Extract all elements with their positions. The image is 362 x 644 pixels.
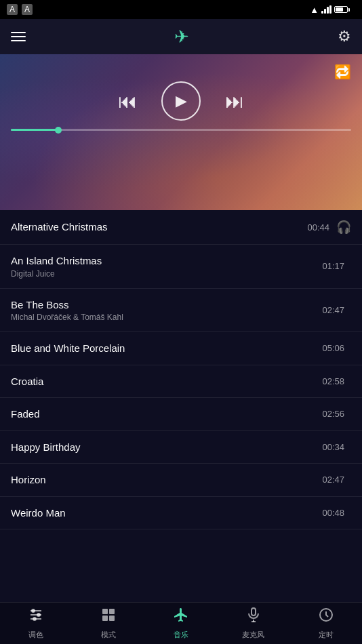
svg-rect-9 xyxy=(109,616,115,621)
progress-bar[interactable] xyxy=(11,129,351,131)
track-name-8: Weirdo Man xyxy=(11,506,322,520)
nav-label-equalizer: 调色 xyxy=(28,630,43,640)
mic-icon xyxy=(245,607,262,627)
nav-label-mic: 麦克风 xyxy=(242,630,264,640)
svg-point-3 xyxy=(32,609,35,612)
bottom-nav: 调色 模式 音乐 麦克风 定时 xyxy=(0,602,362,644)
progress-fill xyxy=(11,129,58,131)
notification-icon-a1: A xyxy=(7,4,18,15)
track-duration-7: 02:47 xyxy=(322,475,344,485)
track-item-5[interactable]: Faded02:56 xyxy=(0,398,362,431)
progress-area[interactable] xyxy=(0,121,362,135)
track-name-2: Be The Boss xyxy=(11,298,322,312)
playback-controls: ⏮ ▶ ⏭ xyxy=(118,81,244,121)
track-duration-3: 05:06 xyxy=(322,343,344,353)
settings-button[interactable]: ⚙ xyxy=(338,28,351,45)
track-duration-4: 02:58 xyxy=(322,376,344,386)
svg-point-5 xyxy=(33,618,36,620)
previous-button[interactable]: ⏮ xyxy=(118,90,137,113)
wifi-icon: ▲ xyxy=(310,5,319,15)
sliders-icon xyxy=(28,607,44,627)
nav-item-timer[interactable]: 定时 xyxy=(289,607,362,640)
repeat-button[interactable]: 🔁 xyxy=(334,64,351,80)
track-item-3[interactable]: Blue and White Porcelain05:06 xyxy=(0,332,362,365)
player-area: 🔁 ⏮ ▶ ⏭ xyxy=(0,54,362,210)
status-right: ▲ xyxy=(310,5,355,15)
notification-icon-a2: A xyxy=(22,4,33,15)
track-item-8[interactable]: Weirdo Man00:48 xyxy=(0,497,362,530)
nav-label-music: 音乐 xyxy=(174,630,188,640)
nav-label-mode: 模式 xyxy=(101,630,116,640)
airplane-icon xyxy=(173,607,189,627)
status-bar: A A ▲ xyxy=(0,0,362,19)
nav-label-timer: 定时 xyxy=(319,630,334,640)
now-playing-icon: 🎧 xyxy=(336,220,351,235)
track-artist-1: Digital Juice xyxy=(11,269,322,279)
track-info-0: Alternative Christmas xyxy=(11,220,307,234)
app-icon: ✈ xyxy=(174,26,189,47)
track-item-4[interactable]: Croatia02:58 xyxy=(0,365,362,399)
track-info-8: Weirdo Man xyxy=(11,506,322,520)
track-item-2[interactable]: Be The BossMichal Dvořáček & Tomáš Kahl0… xyxy=(0,289,362,333)
track-list: Alternative Christmas00:44🎧An Island Chr… xyxy=(0,210,362,602)
svg-rect-7 xyxy=(109,609,115,614)
next-button[interactable]: ⏭ xyxy=(225,90,244,113)
track-name-4: Croatia xyxy=(11,375,322,388)
progress-dot xyxy=(55,127,62,134)
track-duration-1: 01:17 xyxy=(322,261,344,271)
track-info-6: Happy Birthday xyxy=(11,441,322,454)
svg-point-4 xyxy=(37,613,40,616)
svg-rect-10 xyxy=(252,608,256,616)
track-duration-6: 00:34 xyxy=(322,442,344,452)
track-name-5: Faded xyxy=(11,407,322,421)
track-name-3: Blue and White Porcelain xyxy=(11,342,322,355)
track-duration-2: 02:47 xyxy=(322,305,344,315)
track-info-5: Faded xyxy=(11,407,322,421)
grid-icon xyxy=(100,607,117,627)
nav-item-mode[interactable]: 模式 xyxy=(73,607,145,640)
track-info-4: Croatia xyxy=(11,375,322,388)
svg-rect-6 xyxy=(102,609,108,614)
nav-item-equalizer[interactable]: 调色 xyxy=(0,607,73,640)
track-artist-2: Michal Dvořáček & Tomáš Kahl xyxy=(11,313,322,322)
signal-icon xyxy=(321,5,331,14)
track-info-3: Blue and White Porcelain xyxy=(11,342,322,355)
track-info-1: An Island ChristmasDigital Juice xyxy=(11,254,322,279)
nav-item-music[interactable]: 音乐 xyxy=(145,607,218,640)
svg-rect-8 xyxy=(102,616,108,621)
clock-icon xyxy=(318,607,334,627)
status-left: A A xyxy=(7,4,33,15)
track-name-7: Horizon xyxy=(11,473,322,487)
track-name-0: Alternative Christmas xyxy=(11,220,307,234)
track-info-2: Be The BossMichal Dvořáček & Tomáš Kahl xyxy=(11,298,322,323)
battery-icon xyxy=(334,6,350,13)
track-info-7: Horizon xyxy=(11,473,322,487)
track-item-7[interactable]: Horizon02:47 xyxy=(0,464,362,497)
track-name-1: An Island Christmas xyxy=(11,254,322,268)
track-duration-8: 00:48 xyxy=(322,508,344,518)
nav-item-mic[interactable]: 麦克风 xyxy=(217,607,289,640)
track-duration-5: 02:56 xyxy=(322,409,344,419)
track-item-1[interactable]: An Island ChristmasDigital Juice01:17 xyxy=(0,245,362,289)
track-duration-0: 00:44 xyxy=(307,222,329,233)
play-button[interactable]: ▶ xyxy=(161,81,201,121)
track-item-6[interactable]: Happy Birthday00:34 xyxy=(0,431,362,464)
menu-button[interactable] xyxy=(11,32,26,41)
track-item-0[interactable]: Alternative Christmas00:44🎧 xyxy=(0,210,362,245)
track-name-6: Happy Birthday xyxy=(11,441,322,454)
top-nav: ✈ ⚙ xyxy=(0,19,362,54)
